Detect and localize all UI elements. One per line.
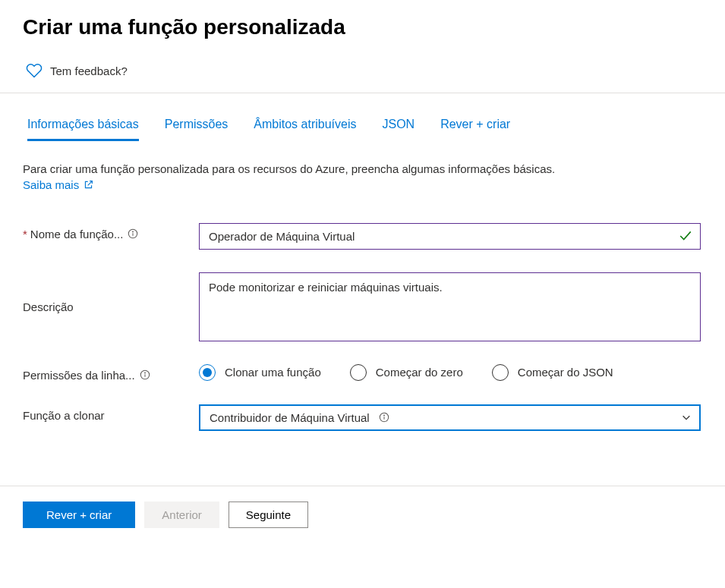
form-grid: * Nome da função... bbox=[23, 223, 702, 431]
description-input[interactable]: Pode monitorizar e reiniciar máquinas vi… bbox=[200, 273, 700, 338]
radio-label: Começar do JSON bbox=[518, 366, 613, 379]
content-area: Para criar uma função personalizada para… bbox=[0, 141, 725, 476]
required-marker: * bbox=[23, 228, 27, 241]
row-baseline: Permissões da linha... Clonar uma bbox=[23, 364, 702, 382]
label-description: Descrição bbox=[23, 300, 199, 313]
description-wrapper: Pode monitorizar e reiniciar máquinas vi… bbox=[199, 272, 701, 341]
radio-label: Clonar uma função bbox=[225, 366, 321, 379]
review-create-button[interactable]: Rever + criar bbox=[23, 502, 135, 528]
svg-point-5 bbox=[144, 373, 145, 373]
feedback-bar[interactable]: Tem feedback? bbox=[0, 53, 725, 93]
chevron-down-icon bbox=[681, 412, 692, 423]
tab-json[interactable]: JSON bbox=[382, 118, 415, 141]
radio-scratch[interactable]: Começar do zero bbox=[350, 364, 463, 381]
info-icon bbox=[379, 412, 389, 423]
radio-label: Começar do zero bbox=[376, 366, 463, 379]
radio-circle bbox=[350, 364, 367, 381]
next-button[interactable]: Seguinte bbox=[229, 502, 308, 528]
tab-permissions[interactable]: Permissões bbox=[165, 118, 229, 141]
footer: Rever + criar Anterior Seguinte bbox=[0, 486, 725, 543]
row-clone-role: Função a clonar Contribuidor de Máquina … bbox=[23, 404, 702, 431]
baseline-radio-group: Clonar uma função Começar do zero Começa… bbox=[199, 364, 701, 381]
row-description: Descrição Pode monitorizar e reiniciar m… bbox=[23, 272, 702, 341]
tabs-container: Informações básicas Permissões Âmbitos a… bbox=[0, 93, 725, 141]
radio-clone[interactable]: Clonar uma função bbox=[199, 364, 321, 381]
heart-icon bbox=[26, 62, 43, 79]
check-icon bbox=[679, 229, 692, 243]
learn-more-text: Saiba mais bbox=[23, 178, 79, 191]
role-name-input[interactable] bbox=[200, 224, 700, 249]
tab-scopes[interactable]: Âmbitos atribuíveis bbox=[254, 118, 356, 141]
label-baseline: Permissões da linha... bbox=[23, 364, 199, 382]
external-link-icon bbox=[84, 180, 93, 190]
feedback-text: Tem feedback? bbox=[50, 64, 128, 77]
svg-point-2 bbox=[133, 231, 134, 232]
tab-review[interactable]: Rever + criar bbox=[440, 118, 510, 141]
label-role-name: * Nome da função... bbox=[23, 223, 199, 241]
learn-more-link[interactable]: Saiba mais bbox=[23, 178, 93, 191]
label-clone-role: Função a clonar bbox=[23, 404, 199, 422]
radio-circle bbox=[492, 364, 509, 381]
radio-circle bbox=[199, 364, 216, 381]
info-icon[interactable] bbox=[128, 228, 138, 239]
info-icon[interactable] bbox=[140, 369, 150, 380]
radio-json[interactable]: Começar do JSON bbox=[492, 364, 613, 381]
radio-dot bbox=[203, 368, 212, 377]
intro-text: Para criar uma função personalizada para… bbox=[23, 161, 702, 178]
svg-point-8 bbox=[383, 415, 384, 416]
previous-button: Anterior bbox=[144, 502, 219, 528]
row-role-name: * Nome da função... bbox=[23, 223, 702, 250]
role-name-input-wrapper bbox=[199, 223, 701, 250]
page-title: Criar uma função personalizada bbox=[0, 0, 725, 53]
select-value: Contribuidor de Máquina Virtual bbox=[210, 411, 389, 424]
tab-basics[interactable]: Informações básicas bbox=[27, 118, 139, 141]
clone-role-select[interactable]: Contribuidor de Máquina Virtual bbox=[199, 404, 701, 431]
